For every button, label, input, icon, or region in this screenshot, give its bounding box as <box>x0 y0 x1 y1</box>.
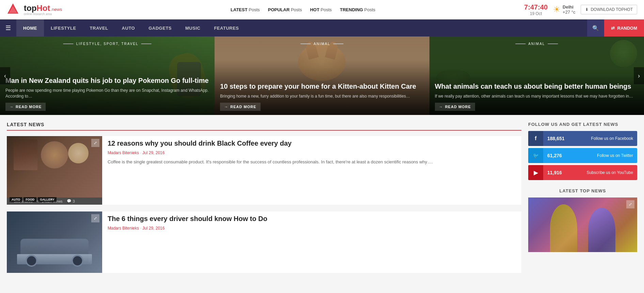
slide-1-title: Man in New Zealand quits his job to play… <box>5 76 209 85</box>
slide-3-category: ANIMAL <box>515 42 558 46</box>
slide-3-desc: If we really pay attention, other animal… <box>435 93 639 99</box>
youtube-icon: ▶ <box>528 165 543 180</box>
slide-3-read-more[interactable]: → READ MORE <box>435 103 475 111</box>
news-thumb-2: ⤢ <box>7 211 102 273</box>
follow-section: FOLLOW US AND GET LATEST NEWS f 188,651 … <box>528 122 637 180</box>
slider-next-button[interactable]: › <box>634 67 644 84</box>
slide-1: LIFESTYLE, SPORT, TRAVEL Man in New Zeal… <box>0 36 215 115</box>
twitter-count: 61,276 <box>543 153 593 158</box>
slide-2-category: ANIMAL <box>301 42 343 46</box>
nav-popular[interactable]: POPULAR Posts <box>268 7 302 12</box>
slide-1-category: LIFESTYLE, SPORT, TRAVEL <box>63 42 152 46</box>
news-article-1: AUTO FOOD GALLERY ⤢ ↗ 580 shares 👁 14027… <box>7 136 521 205</box>
twitter-label: Follow us on Twitter <box>593 153 637 158</box>
news-body-1: 12 reasons why you should drink Black Co… <box>108 136 521 205</box>
nav-item-home[interactable]: HOME <box>16 19 44 36</box>
random-button[interactable]: ⇄ RANDOM <box>604 19 644 36</box>
sidebar: FOLLOW US AND GET LATEST NEWS f 188,651 … <box>528 122 637 280</box>
clock-date: 19 Oct <box>524 11 548 16</box>
slider-prev-button[interactable]: ‹ <box>0 67 10 84</box>
news-body-2: The 6 things every driver should know Ho… <box>108 211 521 273</box>
clock-time: 7:47:40 <box>524 3 548 11</box>
weather-city: Delhi <box>563 4 575 10</box>
download-icon: ⬇ <box>585 7 588 12</box>
comment-icon: 💬 <box>67 199 72 203</box>
youtube-label: Subscribe us on YouTube <box>583 170 637 175</box>
twitter-follow-button[interactable]: 🐦 61,276 Follow us on Twitter <box>528 148 637 163</box>
thumb-tag-gallery: GALLERY <box>38 197 57 202</box>
latest-top-image[interactable]: ⤢ <box>528 197 637 252</box>
header-right: 7:47:40 19 Oct ☀ Delhi +27 °c ⬇ DOWNLOAD… <box>524 3 637 16</box>
weather-info: Delhi +27 °c <box>563 4 575 15</box>
news-author-1[interactable]: Madars Bitenieks <box>108 150 139 155</box>
nav-item-features[interactable]: FEATURES <box>207 19 246 36</box>
news-article-2: ⤢ The 6 things every driver should know … <box>7 211 521 273</box>
thumb-tag-food: FOOD <box>23 197 36 202</box>
slide-2-read-more[interactable]: → READ MORE <box>220 103 260 111</box>
nav-item-gadgets[interactable]: GADGETS <box>142 19 178 36</box>
latest-top-section: LATEST TOP NEWS ⤢ <box>528 188 637 252</box>
main-content: LATEST NEWS AUTO FOOD GALLERY ⤢ <box>0 115 644 287</box>
download-label: DOWNLOAD TOPHOT <box>591 7 633 12</box>
nav-item-auto[interactable]: AUTO <box>115 19 142 36</box>
logo-extension: .news <box>50 7 62 12</box>
logo-triangle <box>7 3 19 16</box>
slide-1-read-more[interactable]: → READ MORE <box>5 103 46 111</box>
hero-slider: ‹ LIFESTYLE, SPORT, TRAVEL Man in New Ze… <box>0 36 644 115</box>
news-thumb-img-1 <box>7 136 102 197</box>
logo-text-group: topHot .news online research area <box>24 3 62 16</box>
nav-latest[interactable]: LATEST Posts <box>231 7 260 12</box>
news-title-2[interactable]: The 6 things every driver should know Ho… <box>108 214 521 223</box>
slide-3: ANIMAL What animals can teach us about b… <box>429 36 644 115</box>
news-date-1: Jul 29, 2016 <box>142 150 164 155</box>
youtube-subscribe-button[interactable]: ▶ 11,916 Subscribe us on YouTube <box>528 165 637 180</box>
thumb-tags-1: AUTO FOOD GALLERY <box>10 197 57 202</box>
slide-1-desc: People are now spending more time playin… <box>5 88 209 99</box>
latest-expand-icon[interactable]: ⤢ <box>626 200 634 208</box>
thumb-tag-auto: AUTO <box>10 197 22 202</box>
follow-title: FOLLOW US AND GET LATEST NEWS <box>528 122 637 127</box>
nav-item-lifestyle[interactable]: LIFESTYLE <box>44 19 83 36</box>
expand-icon-2[interactable]: ⤢ <box>91 214 99 222</box>
navbar: ☰ HOME LIFESTYLE TRAVEL AUTO GADGETS MUS… <box>0 19 644 36</box>
weather-temp: +27 °c <box>563 10 575 15</box>
logo-area: topHot .news online research area <box>7 3 82 16</box>
nav-items: HOME LIFESTYLE TRAVEL AUTO GADGETS MUSIC… <box>16 19 587 36</box>
nav-hot[interactable]: HOT Posts <box>310 7 332 12</box>
content-left: LATEST NEWS AUTO FOOD GALLERY ⤢ <box>7 122 528 280</box>
search-icon: 🔍 <box>592 25 599 31</box>
facebook-label: Follow us on Facebook <box>587 136 637 141</box>
slide-3-content: What animals can teach us about being be… <box>429 78 644 115</box>
logo-tophot: topHot <box>24 3 50 13</box>
youtube-count: 11,916 <box>543 170 583 175</box>
sun-icon: ☀ <box>553 5 561 14</box>
latest-news-title: LATEST NEWS <box>7 122 521 131</box>
nav-item-music[interactable]: MUSIC <box>178 19 207 36</box>
latest-top-title: LATEST TOP NEWS <box>528 188 637 193</box>
news-title-1[interactable]: 12 reasons why you should drink Black Co… <box>108 139 521 148</box>
news-meta-2: Madars Bitenieks · Jul 29, 2016 <box>108 226 521 231</box>
facebook-follow-button[interactable]: f 188,651 Follow us on Facebook <box>528 131 637 146</box>
facebook-count: 188,651 <box>543 136 587 141</box>
nav-trending[interactable]: TRENDING Posts <box>340 7 375 12</box>
slide-3-title: What animals can teach us about being be… <box>435 82 639 91</box>
news-meta-1: Madars Bitenieks · Jul 29, 2016 <box>108 150 521 155</box>
news-excerpt-1: Coffee is the single greatest consumable… <box>108 159 521 166</box>
news-date-2: Jul 29, 2016 <box>142 226 164 231</box>
header: topHot .news online research area LATEST… <box>0 0 644 19</box>
search-button[interactable]: 🔍 <box>587 19 604 36</box>
news-thumb-img-2 <box>7 211 102 273</box>
random-label: RANDOM <box>617 26 638 31</box>
hamburger-menu[interactable]: ☰ <box>0 19 16 36</box>
slide-2: ANIMAL 10 steps to prepare your home for… <box>215 36 429 115</box>
news-author-2[interactable]: Madars Bitenieks <box>108 226 139 231</box>
facebook-icon: f <box>528 131 543 146</box>
weather-area: ☀ Delhi +27 °c <box>553 4 575 15</box>
slide-2-desc: Bringing home a new, furry addition to y… <box>220 93 424 99</box>
slide-1-content: Man in New Zealand quits his job to play… <box>0 72 215 115</box>
expand-icon-1[interactable]: ⤢ <box>91 139 99 147</box>
random-icon: ⇄ <box>611 26 615 31</box>
download-button[interactable]: ⬇ DOWNLOAD TOPHOT <box>581 5 637 14</box>
nav-right: 🔍 ⇄ RANDOM <box>587 19 644 36</box>
nav-item-travel[interactable]: TRAVEL <box>83 19 115 36</box>
